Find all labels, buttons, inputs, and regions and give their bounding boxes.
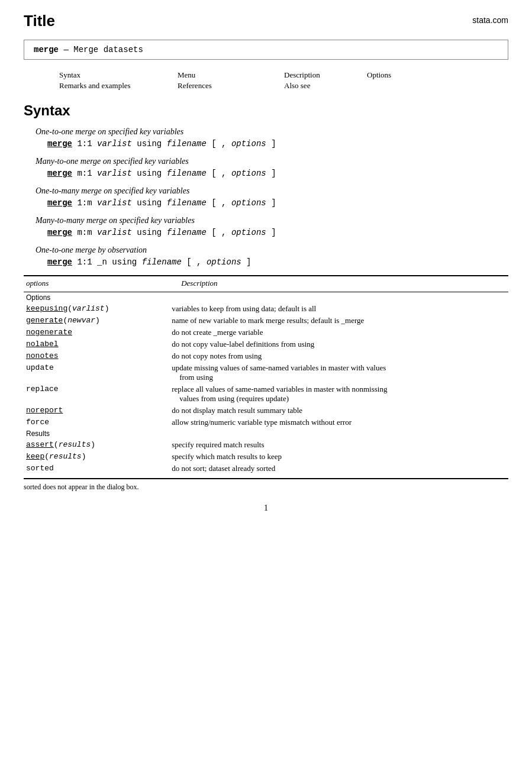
- options-4: options: [231, 228, 266, 237]
- options-1: options: [231, 139, 266, 149]
- varlist-1: varlist: [97, 139, 132, 149]
- syntax-desc-1: One-to-one merge on specified key variab…: [36, 127, 508, 137]
- filename-1: filename: [167, 139, 207, 149]
- table-row: keep(results) specify which match result…: [24, 451, 508, 463]
- opt-force: force: [24, 417, 169, 428]
- section-title: Syntax: [24, 102, 508, 119]
- desc-nogenerate: do not create _merge variable: [169, 327, 508, 338]
- varlist-4: varlist: [97, 228, 132, 237]
- page-header: Title stata.com: [24, 12, 508, 30]
- cmd-1: merge: [47, 139, 72, 149]
- options-3: options: [231, 198, 266, 208]
- table-row: assert(results) specify required match r…: [24, 439, 508, 451]
- page: Title stata.com merge — Merge datasets S…: [0, 0, 532, 778]
- opt-update: update: [24, 362, 169, 383]
- table-row: generate(newvar) name of new variable to…: [24, 315, 508, 327]
- syntax-line-1: merge 1:1 varlist using filename [ , opt…: [47, 139, 508, 149]
- syntax-block-2: Many-to-one merge on specified key varia…: [24, 157, 508, 178]
- page-footer: 1: [24, 503, 508, 513]
- syntax-desc-5: One-to-one merge by observation: [36, 246, 508, 255]
- desc-noreport: do not display match result summary tabl…: [169, 405, 508, 417]
- cmd-2: merge: [47, 169, 72, 178]
- group-results-header: Results: [24, 428, 508, 439]
- filename-2: filename: [167, 169, 207, 178]
- nav-remarks[interactable]: Remarks and examples: [59, 81, 178, 91]
- page-title: Title: [24, 12, 55, 30]
- opt-keepusing: keepusing(varlist): [24, 303, 169, 315]
- table-row: noreport do not display match result sum…: [24, 405, 508, 417]
- table-row: keepusing(varlist) variables to keep fro…: [24, 303, 508, 315]
- filename-4: filename: [167, 228, 207, 237]
- nav-references[interactable]: References: [178, 81, 284, 91]
- page-domain: stata.com: [472, 15, 508, 25]
- varlist-2: varlist: [97, 169, 132, 178]
- opt-generate: generate(newvar): [24, 315, 169, 327]
- table-footnote-row: sorted does not appear in the dialog box…: [24, 479, 508, 492]
- nav-description[interactable]: Description: [284, 70, 367, 80]
- options-2: options: [231, 169, 266, 178]
- desc-force: allow string/numeric variable type misma…: [169, 417, 508, 428]
- syntax-block-1: One-to-one merge on specified key variab…: [24, 127, 508, 149]
- table-row: nogenerate do not create _merge variable: [24, 327, 508, 338]
- syntax-desc-2: Many-to-one merge on specified key varia…: [36, 157, 508, 166]
- table-footnote: sorted does not appear in the dialog box…: [24, 479, 508, 492]
- syntax-block-3: One-to-many merge on specified key varia…: [24, 186, 508, 208]
- command-name: merge: [34, 45, 59, 54]
- col1-header: options: [24, 276, 169, 292]
- desc-nonotes: do not copy notes from using: [169, 350, 508, 362]
- opt-replace: replace: [24, 383, 169, 405]
- opt-nonotes: nonotes: [24, 350, 169, 362]
- options-5: options: [207, 257, 241, 267]
- desc-generate: name of new variable to mark merge resul…: [169, 315, 508, 327]
- syntax-line-5: merge 1:1 _n using filename [ , options …: [47, 257, 508, 267]
- cmd-5: merge: [47, 257, 72, 267]
- table-row: update update missing values of same-nam…: [24, 362, 508, 383]
- options-table: options Description Options keepusing(va…: [24, 275, 508, 492]
- nav-options[interactable]: Options: [367, 70, 438, 80]
- syntax-block-4: Many-to-many merge on specified key vari…: [24, 216, 508, 237]
- syntax-line-4: merge m:m varlist using filename [ , opt…: [47, 228, 508, 237]
- nav-also-see[interactable]: Also see: [284, 81, 367, 91]
- desc-update: update missing values of same-named vari…: [169, 362, 508, 383]
- table-row: nonotes do not copy notes from using: [24, 350, 508, 362]
- cmd-3: merge: [47, 198, 72, 208]
- desc-nolabel: do not copy value-label definitions from…: [169, 338, 508, 350]
- command-dash: —: [63, 45, 73, 54]
- opt-sorted: sorted: [24, 463, 169, 479]
- opt-assert: assert(results): [24, 439, 169, 451]
- table-header-row: options Description: [24, 276, 508, 292]
- desc-keep: specify which match results to keep: [169, 451, 508, 463]
- cmd-4: merge: [47, 228, 72, 237]
- desc-assert: specify required match results: [169, 439, 508, 451]
- opt-nolabel: nolabel: [24, 338, 169, 350]
- syntax-desc-3: One-to-many merge on specified key varia…: [36, 186, 508, 196]
- desc-keepusing: variables to keep from using data; defau…: [169, 303, 508, 315]
- col2-header: Description: [169, 276, 508, 292]
- command-box: merge — Merge datasets: [24, 40, 508, 60]
- page-number: 1: [264, 503, 268, 512]
- filename-5: filename: [142, 257, 182, 267]
- command-description: Merge datasets: [73, 45, 143, 54]
- opt-keep: keep(results): [24, 451, 169, 463]
- nav-links: Syntax Menu Description Options Remarks …: [24, 70, 508, 91]
- syntax-block-5: One-to-one merge by observation merge 1:…: [24, 246, 508, 267]
- filename-3: filename: [167, 198, 207, 208]
- syntax-line-2: merge m:1 varlist using filename [ , opt…: [47, 169, 508, 178]
- nav-syntax[interactable]: Syntax: [59, 70, 178, 80]
- desc-replace: replace all values of same-named variabl…: [169, 383, 508, 405]
- group-options-header: Options: [24, 292, 508, 304]
- group-label-options: Options: [24, 292, 508, 304]
- syntax-line-3: merge 1:m varlist using filename [ , opt…: [47, 198, 508, 208]
- opt-noreport: noreport: [24, 405, 169, 417]
- nav-menu[interactable]: Menu: [178, 70, 284, 80]
- opt-nogenerate: nogenerate: [24, 327, 169, 338]
- syntax-desc-4: Many-to-many merge on specified key vari…: [36, 216, 508, 225]
- desc-sorted: do not sort; dataset already sorted: [169, 463, 508, 479]
- table-row: force allow string/numeric variable type…: [24, 417, 508, 428]
- group-label-results: Results: [24, 428, 508, 439]
- varlist-3: varlist: [97, 198, 132, 208]
- table-row: nolabel do not copy value-label definiti…: [24, 338, 508, 350]
- table-row: replace replace all values of same-named…: [24, 383, 508, 405]
- table-row: sorted do not sort; dataset already sort…: [24, 463, 508, 479]
